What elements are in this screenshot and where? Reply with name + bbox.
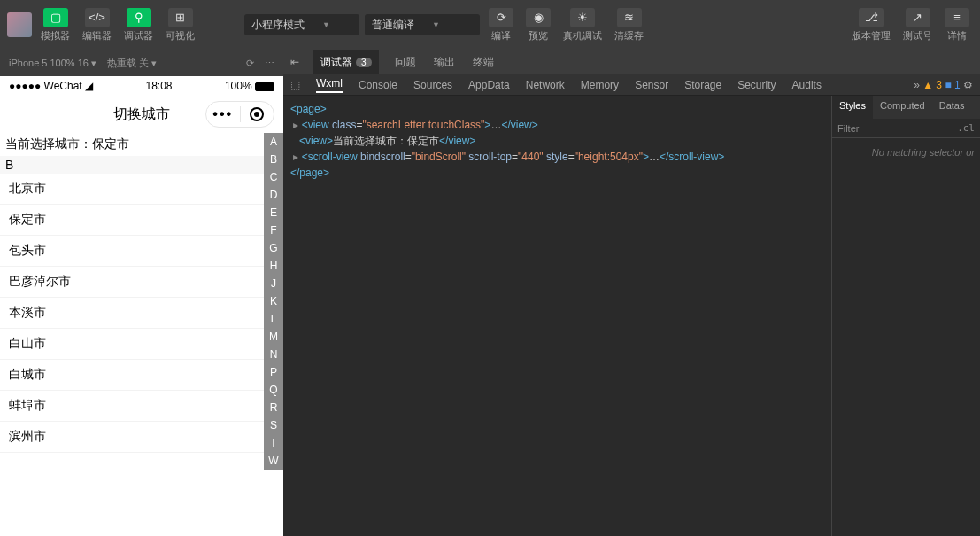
bug-icon: ⚲	[127, 8, 151, 27]
battery-icon	[255, 82, 274, 91]
city-item[interactable]: 保定市	[0, 205, 283, 236]
tab-terminal[interactable]: 终端	[471, 51, 496, 74]
index-letter[interactable]: K	[264, 292, 283, 310]
test-button[interactable]: ↗测试号	[899, 6, 936, 44]
index-letter[interactable]: F	[264, 221, 283, 239]
no-match-message: No matching selector or	[832, 138, 980, 167]
carrier: ●●●●● WeChat ◢	[9, 80, 93, 92]
index-letter[interactable]: L	[264, 310, 283, 328]
city-item[interactable]: 白山市	[0, 329, 283, 360]
wxml-tree[interactable]: <page> ▸ <view class="searchLetter touch…	[283, 96, 831, 536]
tab-output[interactable]: 输出	[432, 51, 457, 74]
city-item[interactable]: 巴彦淖尔市	[0, 267, 283, 298]
index-letter[interactable]: T	[264, 434, 283, 452]
index-bar[interactable]: ABCDEFGHJKLMNPQRSTW	[264, 133, 283, 470]
tab-styles[interactable]: Styles	[832, 96, 873, 119]
index-letter[interactable]: W	[264, 452, 283, 470]
index-letter[interactable]: P	[264, 363, 283, 381]
index-letter[interactable]: B	[264, 151, 283, 168]
index-letter[interactable]: D	[264, 186, 283, 204]
panel-console[interactable]: Console	[359, 79, 397, 91]
debugger-button[interactable]: ⚲调试器	[120, 6, 157, 44]
city-item[interactable]: 滨州市	[0, 422, 283, 453]
index-letter[interactable]: C	[264, 168, 283, 186]
city-list: 北京市保定市包头市巴彦淖尔市本溪市白山市白城市蚌埠市滨州市	[0, 174, 283, 453]
styles-panel: Styles Computed Datas Filter .cl No matc…	[831, 96, 980, 536]
panel-storage[interactable]: Storage	[684, 79, 721, 91]
panel-security[interactable]: Security	[737, 79, 776, 91]
clear-cache-button[interactable]: ≋清缓存	[611, 6, 647, 44]
layout-icon: ⊞	[168, 8, 193, 27]
city-item[interactable]: 本溪市	[0, 298, 283, 329]
current-city: 当前选择城市：保定市	[0, 133, 283, 156]
tab-debugger[interactable]: 调试器3	[313, 50, 379, 75]
close-button[interactable]	[241, 107, 274, 121]
hotreload-selector[interactable]: 热重载 关 ▾	[107, 57, 157, 70]
compile-button[interactable]: ⟳编译	[485, 6, 517, 44]
index-letter[interactable]: M	[264, 328, 283, 346]
index-letter[interactable]: G	[264, 239, 283, 257]
panel-sources[interactable]: Sources	[413, 79, 452, 91]
city-item[interactable]: 白城市	[0, 360, 283, 391]
panel-wxml[interactable]: Wxml	[316, 77, 343, 93]
inspect-icon[interactable]: ⬚	[290, 79, 300, 91]
upload-icon: ↗	[906, 8, 930, 27]
expand-icon[interactable]: ⇤	[290, 56, 299, 68]
avatar[interactable]	[7, 12, 32, 37]
chevron-icon[interactable]: »	[914, 79, 920, 91]
phone-icon: ▢	[43, 8, 68, 27]
tab-problems[interactable]: 问题	[393, 51, 418, 74]
city-item[interactable]: 包头市	[0, 236, 283, 267]
index-letter[interactable]: Q	[264, 381, 283, 399]
compile-dropdown[interactable]: 普通编译▼	[365, 14, 480, 35]
index-letter[interactable]: J	[264, 275, 283, 292]
version-button[interactable]: ⎇版本管理	[848, 6, 894, 44]
panel-memory[interactable]: Memory	[581, 79, 619, 91]
capsule: •••	[205, 101, 274, 128]
device-selector[interactable]: iPhone 5 100% 16 ▾	[9, 58, 96, 69]
refresh-icon: ⟳	[489, 8, 513, 27]
editor-button[interactable]: </>编辑器	[79, 6, 115, 44]
city-item[interactable]: 北京市	[0, 174, 283, 205]
index-letter[interactable]: H	[264, 257, 283, 275]
real-debug-button[interactable]: ☀真机调试	[559, 6, 606, 44]
preview-button[interactable]: ◉预览	[522, 6, 554, 44]
settings-icon[interactable]: ⚙	[963, 79, 973, 91]
warning-badge[interactable]: ▲ 3	[922, 79, 942, 91]
detail-button[interactable]: ≡详情	[941, 6, 973, 44]
panel-appdata[interactable]: AppData	[468, 79, 510, 91]
menu-button[interactable]: •••	[206, 106, 240, 122]
time: 18:08	[145, 80, 172, 92]
tab-computed[interactable]: Computed	[873, 96, 932, 119]
city-item[interactable]: 蚌埠市	[0, 391, 283, 422]
visualize-button[interactable]: ⊞可视化	[162, 6, 198, 44]
index-letter[interactable]: R	[264, 399, 283, 416]
index-letter[interactable]: E	[264, 204, 283, 221]
panel-sensor[interactable]: Sensor	[635, 79, 668, 91]
simulator-button[interactable]: ▢模拟器	[37, 6, 73, 44]
tab-dataset[interactable]: Datas	[932, 96, 972, 119]
devtools-pane: ⇤ 调试器3 问题 输出 终端 ⬚ WxmlConsoleSourcesAppD…	[283, 50, 980, 536]
panel-tabs: ⬚ WxmlConsoleSourcesAppDataNetworkMemory…	[283, 74, 980, 96]
panel-audits[interactable]: Audits	[792, 79, 822, 91]
index-letter[interactable]: A	[264, 133, 283, 151]
filter-input[interactable]: Filter	[837, 123, 859, 134]
index-letter[interactable]: S	[264, 416, 283, 434]
panel-network[interactable]: Network	[526, 79, 565, 91]
simulator-pane: iPhone 5 100% 16 ▾ 热重载 关 ▾ ⟳ ⋯ ●●●●● WeC…	[0, 50, 283, 536]
info-badge[interactable]: ■ 1	[945, 79, 960, 91]
caret-icon: ▼	[322, 20, 330, 29]
target-icon	[250, 107, 264, 121]
eye-icon: ◉	[526, 8, 551, 27]
mode-dropdown[interactable]: 小程序模式▼	[244, 14, 359, 35]
devtools-tabs: ⇤ 调试器3 问题 输出 终端	[283, 50, 980, 74]
code-icon: </>	[85, 8, 110, 27]
index-letter[interactable]: N	[264, 346, 283, 363]
battery: 100%	[225, 80, 274, 92]
navbar: 切换城市 •••	[0, 96, 283, 133]
refresh-icon[interactable]: ⟳	[246, 58, 254, 69]
dots-icon: •••	[212, 106, 233, 122]
more-icon[interactable]: ⋯	[265, 58, 274, 69]
section-header: B	[0, 156, 283, 174]
cls-toggle[interactable]: .cl	[957, 122, 975, 134]
